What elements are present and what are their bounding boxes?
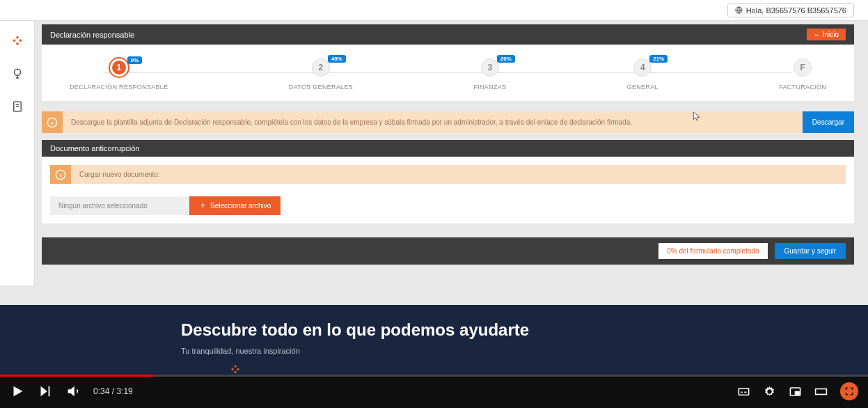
top-bar: Hola, B35657576 B35657576 (0, 0, 868, 21)
guardar-button[interactable]: Guardar y seguir (775, 243, 846, 259)
video-progress-fill (0, 375, 155, 377)
globe-icon (735, 6, 743, 14)
play-button[interactable] (10, 384, 25, 399)
step-2[interactable]: 2 45% DATOS GENERALES (289, 58, 353, 91)
upload-icon-box (50, 165, 71, 184)
info-text: Descargue la plantilla adjunta de Declar… (63, 111, 803, 133)
step-3[interactable]: 3 20% FINANZAS (473, 58, 506, 91)
miniplayer-icon (789, 385, 802, 398)
stepper: 1 0% DECLARACIÓN RESPONSABLE 2 45% DATOS… (42, 45, 854, 101)
step-label: GENERAL (627, 84, 658, 91)
miniplayer-button[interactable] (789, 385, 802, 398)
stepper-line (104, 72, 791, 73)
hero-subtitle: Tu tranquilidad, nuestra inspiración (181, 347, 868, 355)
subtitles-button[interactable] (737, 385, 750, 398)
section-title: Declaración responsable (50, 31, 134, 39)
svg-rect-5 (739, 388, 748, 395)
step-badge: 21% (649, 55, 668, 63)
step-badge: 45% (328, 55, 346, 63)
file-row: Ningún archivo seleccionado Seleccionar … (50, 196, 846, 215)
theater-button[interactable] (814, 385, 828, 398)
sidebar-nav-doc[interactable] (11, 100, 24, 116)
fullscreen-button[interactable] (840, 382, 858, 400)
svg-rect-8 (816, 389, 827, 394)
gear-icon (763, 385, 776, 398)
file-name-display: Ningún archivo seleccionado (50, 196, 189, 215)
footer-bar: 0% del formulario completado Guardar y s… (42, 237, 854, 265)
step-label: DECLARACIÓN RESPONSABLE (70, 84, 168, 91)
sidebar (0, 21, 35, 285)
step-f[interactable]: F FACTURACIÓN (779, 58, 826, 91)
video-progress-track[interactable] (0, 375, 868, 377)
video-time: 0:34 / 3:19 (93, 386, 133, 396)
info-icon (55, 169, 66, 180)
step-circle-1: 1 0% (110, 58, 128, 77)
step-label: FINANZAS (473, 84, 506, 91)
subtitles-icon (737, 385, 750, 398)
step-circle-4: 4 21% (633, 58, 652, 77)
step-circle-f: F (794, 58, 812, 77)
upload-banner: Cargar nuevo documento: (50, 165, 846, 184)
descargar-button[interactable]: Descargar (803, 111, 854, 133)
hero-title: Descubre todo en lo que podemos ayudarte (181, 320, 868, 340)
info-banner: Descargue la plantilla adjunta de Declar… (42, 111, 854, 133)
volume-button[interactable] (65, 384, 81, 399)
user-greeting[interactable]: Hola, B35657576 B35657576 (727, 3, 854, 17)
section-title-2: Documento anticorrupción (50, 144, 139, 152)
step-1[interactable]: 1 0% DECLARACIÓN RESPONSABLE (70, 58, 168, 91)
section-header-declaracion: Declaración responsable ←Inicio (42, 24, 854, 45)
volume-icon (65, 384, 81, 399)
step-label: DATOS GENERALES (289, 84, 353, 91)
info-icon (47, 117, 58, 128)
play-icon (10, 384, 25, 399)
next-icon (38, 384, 53, 399)
settings-button[interactable] (763, 385, 776, 398)
step-circle-3: 3 20% (481, 58, 499, 77)
completion-badge: 0% del formulario completado (658, 243, 767, 259)
svg-rect-7 (796, 391, 800, 394)
info-icon-box (42, 111, 63, 133)
step-badge: 20% (497, 55, 515, 63)
section-header-anticorrupcion: Documento anticorrupción (42, 140, 854, 157)
step-circle-2: 2 45% (312, 58, 330, 77)
fullscreen-icon (844, 386, 854, 396)
upload-panel: Cargar nuevo documento: Ningún archivo s… (42, 157, 854, 223)
video-player-bar: 0:34 / 3:19 (0, 375, 868, 408)
select-file-button[interactable]: Seleccionar archivo (189, 196, 281, 215)
step-label: FACTURACIÓN (779, 84, 826, 91)
upload-icon (199, 202, 207, 210)
step-badge: 0% (127, 56, 143, 64)
step-4[interactable]: 4 21% GENERAL (627, 58, 658, 91)
sidebar-nav-badge[interactable] (11, 68, 24, 83)
inicio-button[interactable]: ←Inicio (807, 29, 846, 40)
greeting-text: Hola, B35657576 B35657576 (746, 6, 846, 15)
theater-icon (814, 385, 828, 398)
main-content: Declaración responsable ←Inicio 1 0% DEC… (42, 24, 854, 265)
next-button[interactable] (38, 384, 53, 399)
svg-point-1 (14, 69, 20, 75)
hero-section: Descubre todo en lo que podemos ayudarte… (0, 305, 868, 375)
logo-icon[interactable] (11, 35, 24, 50)
upload-text: Cargar nuevo documento: (71, 165, 846, 184)
